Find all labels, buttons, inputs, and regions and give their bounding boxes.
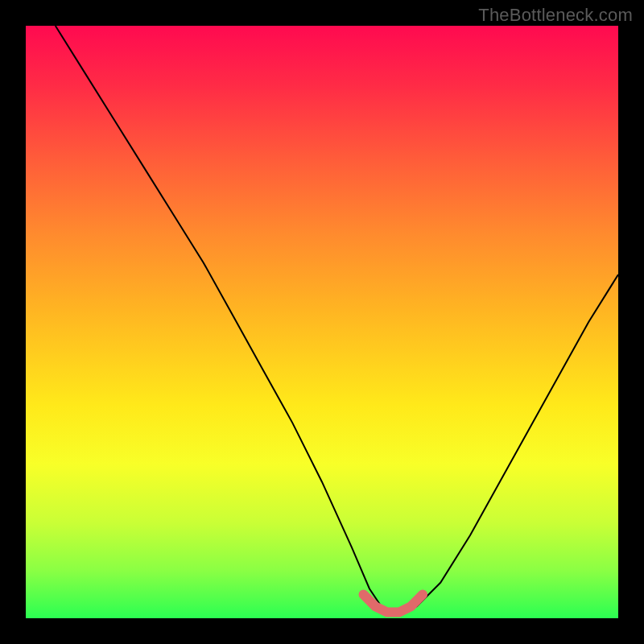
watermark-text: TheBottleneck.com xyxy=(478,5,633,26)
curve-svg xyxy=(26,26,618,618)
chart-frame: TheBottleneck.com xyxy=(0,0,644,644)
valley-highlight xyxy=(364,595,423,613)
plot-area xyxy=(26,26,618,618)
bottleneck-curve xyxy=(56,26,618,613)
